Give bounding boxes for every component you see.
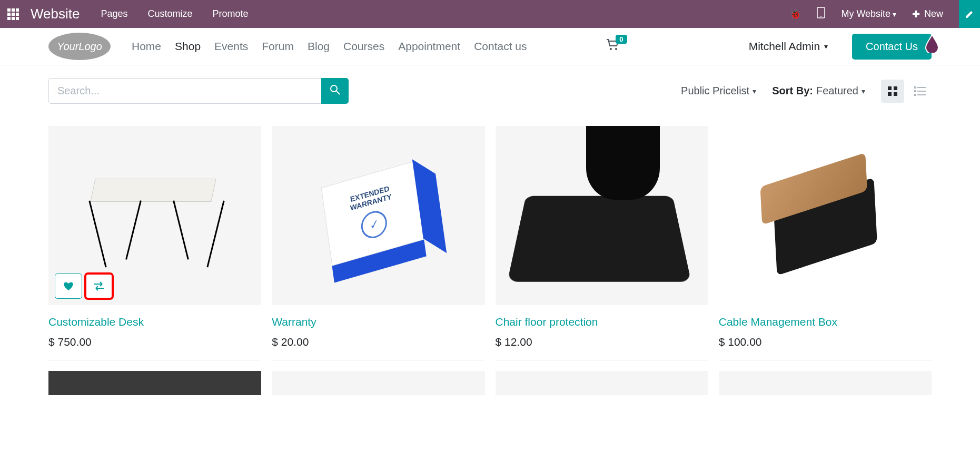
nav-contact-us[interactable]: Contact us	[474, 40, 527, 53]
svg-rect-9	[894, 92, 897, 96]
product-title[interactable]: Cable Management Box	[719, 316, 932, 328]
plus-icon: ✚	[912, 8, 920, 20]
product-image[interactable]	[48, 371, 261, 395]
pencil-icon	[965, 9, 974, 19]
search-button[interactable]	[321, 78, 349, 104]
svg-rect-13	[917, 91, 926, 92]
apps-menu-icon[interactable]	[7, 8, 19, 20]
svg-rect-8	[888, 92, 892, 96]
product-image[interactable]	[719, 126, 932, 305]
divider	[48, 360, 261, 360]
user-menu[interactable]: Mitchell Admin	[749, 40, 828, 53]
new-button[interactable]: ✚ New	[912, 8, 943, 20]
product-card	[272, 371, 484, 395]
site-header: YourLogo Home Shop Events Forum Blog Cou…	[0, 28, 980, 65]
svg-point-2	[610, 48, 612, 50]
product-title[interactable]: Warranty	[272, 316, 484, 328]
product-card: Cable Management Box $ 100.00	[719, 126, 932, 360]
product-card	[48, 371, 261, 395]
divider	[496, 360, 708, 360]
product-image[interactable]	[272, 371, 484, 395]
product-price: $ 100.00	[719, 336, 932, 348]
nav-events[interactable]: Events	[214, 40, 248, 53]
pricelist-dropdown[interactable]: Public Pricelist	[681, 85, 756, 97]
product-image[interactable]	[496, 126, 708, 305]
topnav-promote[interactable]: Promote	[213, 8, 249, 19]
product-image[interactable]: EXTENDEDWARRANTY✓	[272, 126, 484, 305]
my-website-dropdown[interactable]: My Website	[841, 8, 896, 19]
product-price: $ 20.00	[272, 336, 484, 348]
svg-point-4	[331, 85, 337, 92]
svg-rect-6	[888, 86, 892, 90]
shop-controls: Public Pricelist Sort By: Featured	[0, 65, 980, 104]
nav-appointment[interactable]: Appointment	[398, 40, 460, 53]
product-image[interactable]	[719, 371, 932, 395]
admin-brand[interactable]: Website	[31, 6, 80, 22]
mobile-preview-icon[interactable]	[817, 7, 825, 21]
grid-view-button[interactable]	[881, 80, 904, 103]
view-switch	[881, 80, 932, 103]
product-card	[719, 371, 932, 395]
product-card: EXTENDEDWARRANTY✓ Warranty $ 20.00	[272, 126, 484, 360]
product-price: $ 12.00	[496, 336, 708, 348]
svg-line-5	[336, 91, 340, 94]
admin-topbar: Website Pages Customize Promote 🐞 My Web…	[0, 0, 980, 28]
topnav-pages[interactable]: Pages	[101, 8, 127, 19]
logo[interactable]: YourLogo	[48, 33, 111, 60]
cart-count-badge: 0	[616, 35, 627, 44]
search-input[interactable]	[48, 78, 321, 104]
edit-page-button[interactable]	[959, 0, 980, 28]
bug-icon[interactable]: 🐞	[789, 8, 801, 20]
nav-forum[interactable]: Forum	[262, 40, 294, 53]
nav-blog[interactable]: Blog	[308, 40, 330, 53]
nav-courses[interactable]: Courses	[343, 40, 384, 53]
product-grid: Customizable Desk $ 750.00 EXTENDEDWARRA…	[0, 104, 980, 417]
compare-icon	[93, 281, 105, 291]
cart-button[interactable]: 0	[606, 39, 620, 54]
svg-rect-15	[917, 94, 926, 95]
main-nav: Home Shop Events Forum Blog Courses Appo…	[132, 40, 527, 53]
svg-point-3	[615, 48, 617, 50]
svg-rect-10	[914, 86, 916, 89]
product-image[interactable]	[496, 371, 708, 395]
contact-us-button[interactable]: Contact Us	[852, 34, 932, 60]
product-price: $ 750.00	[48, 336, 261, 348]
grid-icon	[888, 86, 897, 96]
svg-rect-12	[914, 90, 916, 92]
wishlist-button[interactable]	[55, 274, 82, 299]
product-title[interactable]: Customizable Desk	[48, 316, 261, 328]
list-view-button[interactable]	[908, 80, 932, 103]
topnav-customize[interactable]: Customize	[148, 8, 193, 19]
product-title[interactable]: Chair floor protection	[496, 316, 708, 328]
divider	[719, 360, 932, 360]
svg-point-1	[820, 16, 821, 17]
nav-shop[interactable]: Shop	[175, 40, 201, 53]
search-icon	[330, 84, 340, 95]
svg-rect-14	[914, 94, 916, 96]
product-card: Chair floor protection $ 12.00	[496, 126, 708, 360]
divider	[272, 360, 484, 360]
product-hover-actions	[55, 274, 113, 299]
color-picker-drop-icon[interactable]	[924, 34, 940, 53]
sort-dropdown[interactable]: Sort By: Featured	[772, 85, 865, 97]
nav-home[interactable]: Home	[132, 40, 161, 53]
compare-button[interactable]	[85, 274, 113, 299]
list-icon	[914, 86, 926, 96]
search-wrap	[48, 78, 349, 104]
product-card	[496, 371, 708, 395]
svg-rect-7	[894, 86, 897, 90]
heart-icon	[63, 281, 74, 291]
svg-rect-11	[917, 87, 926, 88]
product-card: Customizable Desk $ 750.00	[48, 126, 261, 360]
product-image[interactable]	[48, 126, 261, 305]
